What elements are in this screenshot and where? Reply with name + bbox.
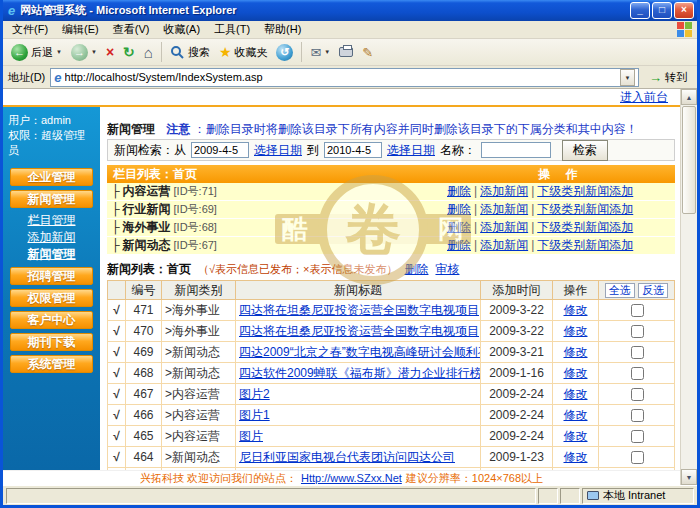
news-title-link[interactable]: 图片1: [239, 408, 270, 422]
delete-category-link[interactable]: 删除: [447, 202, 471, 216]
modify-link[interactable]: 修改: [564, 429, 588, 443]
news-title-link[interactable]: 图片: [239, 429, 263, 443]
forward-button[interactable]: → ▼: [68, 42, 100, 63]
scrollbar-track[interactable]: [681, 215, 697, 469]
news-title-link[interactable]: 四达将在坦桑尼亚投资运营全国数字电视项目: [239, 324, 479, 338]
date-to-input[interactable]: [324, 142, 382, 158]
minimize-button[interactable]: _: [630, 2, 650, 19]
add-subcategory-news-link[interactable]: 下级类别新闻添加: [537, 184, 633, 198]
status-bar: 本地 Intranet: [3, 485, 697, 505]
sidebar-item-download[interactable]: 期刊下载: [10, 333, 93, 351]
row-select-checkbox[interactable]: [631, 325, 644, 338]
modify-link[interactable]: 修改: [564, 387, 588, 401]
sidebar-item-system[interactable]: 系统管理: [10, 355, 93, 373]
news-row: √ 464 >新闻动态 尼日利亚国家电视台代表团访问四达公司 2009-1-23…: [108, 447, 675, 468]
news-date: 2009-2-24: [481, 384, 553, 405]
name-input[interactable]: [481, 142, 551, 158]
sidebar-sub-news-manage[interactable]: 新闻管理: [3, 246, 100, 263]
row-select-checkbox[interactable]: [631, 346, 644, 359]
category-row: ├海外事业[ID号:68] 删除|添加新闻|下级类别新闻添加: [107, 219, 675, 237]
batch-delete-link[interactable]: 删除: [404, 261, 428, 277]
news-title-link[interactable]: 四达软件2009蝉联《福布斯》潜力企业排行榜: [239, 366, 481, 380]
sidebar-item-customer[interactable]: 客户中心: [10, 311, 93, 329]
modify-link[interactable]: 修改: [564, 366, 588, 380]
vertical-scrollbar[interactable]: ▲ ▼: [680, 89, 697, 485]
news-row: √ 466 >内容运营 图片1 2009-2-24 修改: [108, 405, 675, 426]
invert-selection-button[interactable]: 反选: [638, 283, 668, 298]
add-news-link[interactable]: 添加新闻: [480, 238, 528, 252]
back-button[interactable]: ← 后退 ▼: [8, 42, 65, 63]
maximize-button[interactable]: □: [652, 2, 672, 19]
news-date: 2009-3-21: [481, 342, 553, 363]
modify-link[interactable]: 修改: [564, 450, 588, 464]
edit-button[interactable]: ✎: [359, 44, 376, 61]
footer-site-link[interactable]: Http://www.SZxx.Net: [301, 472, 402, 484]
menu-view[interactable]: 查看(V): [106, 21, 157, 38]
add-subcategory-news-link[interactable]: 下级类别新闻添加: [537, 202, 633, 216]
home-button[interactable]: ⌂: [141, 43, 156, 62]
row-select-checkbox[interactable]: [631, 451, 644, 464]
row-select-checkbox[interactable]: [631, 430, 644, 443]
news-list-title: 新闻列表：首页: [107, 261, 191, 277]
modify-link[interactable]: 修改: [564, 345, 588, 359]
sidebar-sub-category-manage[interactable]: 栏目管理: [3, 212, 100, 229]
modify-link[interactable]: 修改: [564, 408, 588, 422]
news-title-link[interactable]: 尼日利亚国家电视台代表团访问四达公司: [239, 450, 455, 464]
address-url: http://localhost/System/IndexSystem.asp: [65, 71, 617, 83]
date-from-input[interactable]: [191, 142, 249, 158]
search-button[interactable]: 搜索: [167, 43, 213, 62]
menu-file[interactable]: 文件(F): [5, 21, 55, 38]
refresh-button[interactable]: ↻: [120, 43, 138, 61]
scroll-down-button[interactable]: ▼: [681, 469, 697, 485]
delete-category-link[interactable]: 删除: [447, 238, 471, 252]
favorites-button[interactable]: ★ 收藏夹: [216, 43, 271, 62]
address-input[interactable]: e http://localhost/System/IndexSystem.as…: [50, 68, 639, 87]
select-all-button[interactable]: 全选: [605, 283, 635, 298]
modify-link[interactable]: 修改: [564, 303, 588, 317]
scrollbar-thumb[interactable]: [682, 106, 696, 214]
history-button[interactable]: ↺: [273, 42, 296, 63]
news-title-link[interactable]: 四达将在坦桑尼亚投资运营全国数字电视项目: [239, 303, 479, 317]
print-button[interactable]: [336, 45, 356, 59]
modify-link[interactable]: 修改: [564, 324, 588, 338]
mail-button[interactable]: ✉ ▼: [307, 44, 333, 61]
news-title-link[interactable]: 四达2009“北京之春”数字电视高峰研讨会顺利召开: [239, 345, 481, 359]
menu-favorites[interactable]: 收藏(A): [156, 21, 207, 38]
enter-frontend-link[interactable]: 进入前台: [620, 89, 668, 106]
menu-tools[interactable]: 工具(T): [207, 21, 257, 38]
news-title-link[interactable]: 图片2: [239, 387, 270, 401]
scroll-up-button[interactable]: ▲: [681, 89, 697, 105]
row-select-checkbox[interactable]: [631, 388, 644, 401]
menu-edit[interactable]: 编辑(E): [55, 21, 106, 38]
menu-help[interactable]: 帮助(H): [257, 21, 308, 38]
batch-review-link[interactable]: 审核: [435, 261, 459, 277]
row-select-checkbox[interactable]: [631, 304, 644, 317]
add-news-link[interactable]: 添加新闻: [480, 202, 528, 216]
category-name: ├内容运营[ID号:71]: [107, 183, 447, 200]
window-title: 网站管理系统 - Microsoft Internet Explorer: [20, 3, 630, 18]
toolbar-separator: [301, 42, 302, 62]
news-category: >海外事业: [162, 300, 236, 321]
sidebar-sub-add-news[interactable]: 添加新闻: [3, 229, 100, 246]
category-actions: 删除|添加新闻|下级类别新闻添加: [447, 219, 675, 236]
add-news-link[interactable]: 添加新闻: [480, 184, 528, 198]
pick-date-to-link[interactable]: 选择日期: [387, 142, 435, 159]
pick-date-from-link[interactable]: 选择日期: [254, 142, 302, 159]
add-subcategory-news-link[interactable]: 下级类别新闻添加: [537, 238, 633, 252]
add-news-link[interactable]: 添加新闻: [480, 220, 528, 234]
row-select-checkbox[interactable]: [631, 409, 644, 422]
row-select-checkbox[interactable]: [631, 367, 644, 380]
status-message-panel: [6, 488, 536, 504]
delete-category-link[interactable]: 删除: [447, 184, 471, 198]
sidebar-item-recruit[interactable]: 招聘管理: [10, 267, 93, 285]
go-button[interactable]: → 转到: [644, 69, 692, 86]
delete-category-link[interactable]: 删除: [447, 220, 471, 234]
close-button[interactable]: ×: [674, 2, 694, 19]
address-dropdown-button[interactable]: ▼: [620, 69, 635, 86]
sidebar-item-permission[interactable]: 权限管理: [10, 289, 93, 307]
add-subcategory-news-link[interactable]: 下级类别新闻添加: [537, 220, 633, 234]
sidebar-item-news[interactable]: 新闻管理: [10, 190, 93, 208]
sidebar-item-company[interactable]: 企业管理: [10, 168, 93, 186]
search-submit-button[interactable]: 检索: [562, 140, 608, 161]
stop-button[interactable]: ×: [103, 43, 117, 61]
